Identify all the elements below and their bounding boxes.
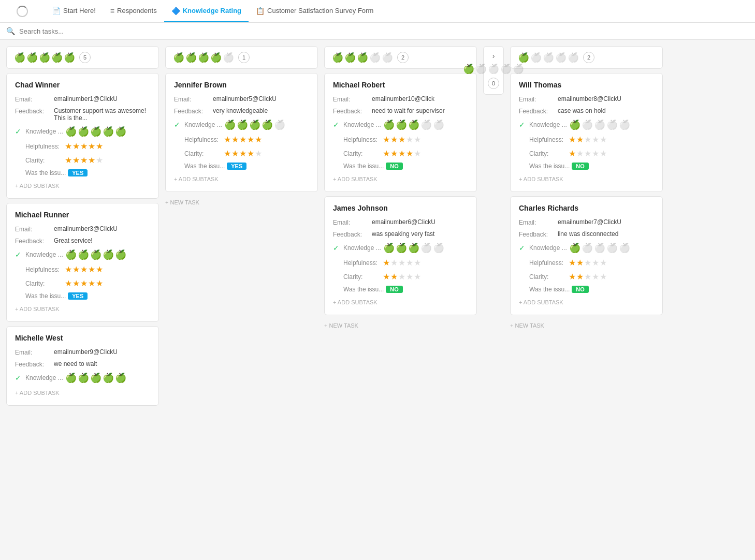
clarity-row: Clarity:★★★★★: [333, 272, 468, 282]
new-task-button[interactable]: + NEW TASK: [165, 196, 318, 209]
chevron-right-icon: ›: [492, 52, 495, 60]
tab-form[interactable]: 📋Customer Satisfaction Survey Form: [249, 0, 381, 22]
check-icon: ✓: [519, 121, 527, 129]
star-icon: ★: [88, 264, 95, 274]
email-value: emailnumber7@ClickU: [558, 218, 654, 226]
tab-knowledge[interactable]: 🔷Knowledge Rating: [164, 0, 249, 22]
apple-icon: 🍏: [383, 119, 395, 130]
issue-row: Was the issu...YES: [15, 292, 150, 300]
hamburger-icon[interactable]: [6, 9, 14, 13]
check-icon: ✓: [519, 244, 527, 252]
add-subtask-button[interactable]: + ADD SUBTASK: [15, 304, 150, 314]
feedback-field: Feedback:need to wait for supervisor: [333, 107, 468, 115]
apple-icon: 🍏: [396, 119, 407, 130]
apple-icon: 🍏: [357, 52, 368, 63]
search-input[interactable]: [19, 27, 745, 35]
task-name: Charles Richards: [519, 204, 654, 212]
apple-icon: 🍏: [543, 52, 554, 63]
add-subtask-button[interactable]: + ADD SUBTASK: [15, 388, 150, 398]
apple-icon: 🍏: [65, 249, 77, 260]
apple-icon: 🍏: [39, 52, 50, 63]
column-header: 🍏🍏🍏🍏🍏2: [510, 46, 663, 69]
add-subtask-button[interactable]: + ADD SUBTASK: [333, 174, 468, 184]
helpfulness-label: Helpfulness:: [529, 136, 567, 143]
feedback-value: line was disconnected: [558, 230, 654, 238]
helpfulness-label: Helpfulness:: [25, 143, 63, 150]
collapsed-header[interactable]: › 🍏🍏🍏🍏🍏 0: [483, 46, 504, 95]
apple-icon: 🍏: [14, 52, 25, 63]
task-card: Charles RichardsEmail:emailnumber7@Click…: [510, 196, 663, 315]
loading-spinner: [17, 6, 28, 17]
email-label: Email:: [15, 348, 54, 356]
check-icon: ✓: [15, 127, 23, 136]
board: 🍏🍏🍏🍏🍏5Chad WinnerEmail:emailnumber1@Clic…: [0, 40, 755, 554]
knowledge-row: ✓Knowledge ...🍏🍏🍏🍏🍏: [15, 372, 150, 384]
star-icon: ★: [383, 149, 390, 158]
apple-icon: 🍏: [513, 63, 524, 75]
star-icon: ★: [88, 155, 95, 165]
add-subtask-button[interactable]: + ADD SUBTASK: [519, 174, 654, 184]
tab-respondents[interactable]: ≡Respondents: [103, 0, 164, 22]
clarity-label: Clarity:: [25, 157, 63, 164]
apple-icon: 🍏: [582, 119, 593, 130]
column-header: 🍏🍏🍏🍏🍏1: [165, 46, 318, 69]
star-icon: ★: [383, 258, 390, 268]
email-value: emailnumber1@ClickU: [54, 95, 150, 102]
add-subtask-button[interactable]: + ADD SUBTASK: [174, 174, 309, 184]
apple-icon: 🍏: [115, 126, 126, 137]
star-icon: ★: [569, 135, 576, 144]
new-task-button[interactable]: + NEW TASK: [510, 319, 663, 332]
email-field: Email:emailnumber6@ClickU: [333, 218, 468, 226]
apple-icon: 🍏: [420, 119, 432, 130]
nav-tabs: 📄Start Here!≡Respondents🔷Knowledge Ratin…: [45, 0, 381, 22]
email-value: emailnumber9@ClickU: [54, 348, 150, 356]
star-icon: ★: [398, 149, 405, 158]
feedback-field: Feedback:very knowledgeable: [174, 107, 309, 115]
star-icon: ★: [584, 135, 591, 144]
star-icon: ★: [406, 272, 413, 282]
knowledge-apples: 🍏🍏🍏🍏🍏: [65, 126, 126, 137]
task-name: Michelle West: [15, 334, 150, 342]
add-subtask-button[interactable]: + ADD SUBTASK: [333, 297, 468, 307]
clarity-row: Clarity:★★★★★: [15, 155, 150, 165]
star-icon: ★: [592, 135, 599, 144]
clarity-row: Clarity:★★★★★: [519, 272, 654, 282]
apple-icon: 🍏: [78, 126, 89, 137]
apple-icon: 🍏: [173, 52, 184, 63]
task-name: Michael Runner: [15, 211, 150, 219]
issue-row: Was the issu...NO: [333, 163, 468, 170]
issue-label: Was the issu...: [343, 286, 384, 293]
knowledge-row: ✓Knowledge ...🍏🍏🍏🍏🍏: [519, 242, 654, 254]
apple-icon: 🍏: [115, 372, 126, 384]
star-icon: ★: [383, 272, 390, 282]
star-icon: ★: [65, 155, 72, 165]
add-subtask-button[interactable]: + ADD SUBTASK: [15, 181, 150, 191]
apple-icon: 🍏: [249, 119, 260, 130]
search-icon: 🔍: [6, 27, 15, 35]
star-icon: ★: [600, 135, 607, 144]
task-card: Will ThomasEmail:emailnumber8@ClickUFeed…: [510, 73, 663, 192]
add-subtask-button[interactable]: + ADD SUBTASK: [519, 297, 654, 307]
issue-badge: YES: [68, 169, 88, 176]
task-name: James Johnson: [333, 204, 468, 212]
star-icon: ★: [398, 272, 405, 282]
helpfulness-row: Helpfulness:★★★★★: [15, 141, 150, 151]
star-icon: ★: [398, 258, 405, 268]
apple-icon: 🍏: [420, 242, 432, 254]
apple-icon: 🍏: [115, 249, 126, 260]
apple-icon: 🍏: [619, 242, 630, 254]
issue-label: Was the issu...: [529, 163, 570, 170]
issue-label: Was the issu...: [343, 163, 384, 170]
new-task-button[interactable]: + NEW TASK: [324, 319, 477, 332]
clarity-row: Clarity:★★★★★: [519, 149, 654, 158]
apple-icon: 🍏: [65, 126, 77, 137]
task-card: Jennifer BrownEmail:emailnumber5@ClickUF…: [165, 73, 318, 192]
apple-icon: 🍏: [594, 242, 605, 254]
tab-start[interactable]: 📄Start Here!: [45, 0, 103, 22]
knowledge-label: Knowledge ...: [25, 128, 63, 135]
clarity-stars: ★★★★★: [569, 149, 607, 158]
knowledge-row: ✓Knowledge ...🍏🍏🍏🍏🍏: [15, 249, 150, 260]
issue-badge: NO: [572, 286, 589, 293]
column-count: 2: [583, 52, 594, 63]
apple-icon: 🍏: [26, 52, 38, 63]
